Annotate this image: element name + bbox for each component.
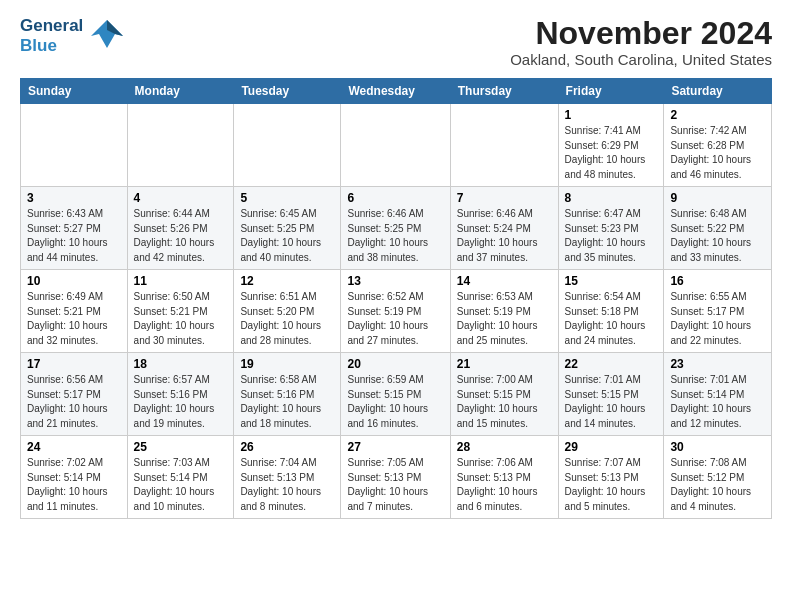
calendar-cell: 10Sunrise: 6:49 AM Sunset: 5:21 PM Dayli… (21, 270, 128, 353)
day-info: Sunrise: 6:48 AM Sunset: 5:22 PM Dayligh… (670, 207, 765, 265)
calendar-cell: 7Sunrise: 6:46 AM Sunset: 5:24 PM Daylig… (450, 187, 558, 270)
calendar-cell: 24Sunrise: 7:02 AM Sunset: 5:14 PM Dayli… (21, 436, 128, 519)
day-info: Sunrise: 6:58 AM Sunset: 5:16 PM Dayligh… (240, 373, 334, 431)
day-number: 1 (565, 108, 658, 122)
day-info: Sunrise: 7:07 AM Sunset: 5:13 PM Dayligh… (565, 456, 658, 514)
header: General Blue November 2024 Oakland, Sout… (20, 16, 772, 68)
day-number: 13 (347, 274, 443, 288)
calendar-cell: 19Sunrise: 6:58 AM Sunset: 5:16 PM Dayli… (234, 353, 341, 436)
day-info: Sunrise: 7:02 AM Sunset: 5:14 PM Dayligh… (27, 456, 121, 514)
calendar-cell: 15Sunrise: 6:54 AM Sunset: 5:18 PM Dayli… (558, 270, 664, 353)
weekday-thursday: Thursday (450, 79, 558, 104)
weekday-saturday: Saturday (664, 79, 772, 104)
day-number: 26 (240, 440, 334, 454)
calendar-cell: 11Sunrise: 6:50 AM Sunset: 5:21 PM Dayli… (127, 270, 234, 353)
day-info: Sunrise: 6:57 AM Sunset: 5:16 PM Dayligh… (134, 373, 228, 431)
calendar-cell: 17Sunrise: 6:56 AM Sunset: 5:17 PM Dayli… (21, 353, 128, 436)
day-info: Sunrise: 6:53 AM Sunset: 5:19 PM Dayligh… (457, 290, 552, 348)
calendar-cell: 6Sunrise: 6:46 AM Sunset: 5:25 PM Daylig… (341, 187, 450, 270)
calendar-cell: 8Sunrise: 6:47 AM Sunset: 5:23 PM Daylig… (558, 187, 664, 270)
weekday-tuesday: Tuesday (234, 79, 341, 104)
day-info: Sunrise: 6:46 AM Sunset: 5:24 PM Dayligh… (457, 207, 552, 265)
day-number: 3 (27, 191, 121, 205)
calendar-cell: 13Sunrise: 6:52 AM Sunset: 5:19 PM Dayli… (341, 270, 450, 353)
calendar-cell: 26Sunrise: 7:04 AM Sunset: 5:13 PM Dayli… (234, 436, 341, 519)
day-info: Sunrise: 7:01 AM Sunset: 5:15 PM Dayligh… (565, 373, 658, 431)
calendar-cell (21, 104, 128, 187)
calendar-cell: 18Sunrise: 6:57 AM Sunset: 5:16 PM Dayli… (127, 353, 234, 436)
day-info: Sunrise: 7:42 AM Sunset: 6:28 PM Dayligh… (670, 124, 765, 182)
calendar-cell: 12Sunrise: 6:51 AM Sunset: 5:20 PM Dayli… (234, 270, 341, 353)
calendar-cell: 5Sunrise: 6:45 AM Sunset: 5:25 PM Daylig… (234, 187, 341, 270)
calendar-cell: 3Sunrise: 6:43 AM Sunset: 5:27 PM Daylig… (21, 187, 128, 270)
calendar-title: November 2024 (510, 16, 772, 51)
day-info: Sunrise: 6:52 AM Sunset: 5:19 PM Dayligh… (347, 290, 443, 348)
calendar-cell: 27Sunrise: 7:05 AM Sunset: 5:13 PM Dayli… (341, 436, 450, 519)
day-number: 9 (670, 191, 765, 205)
day-number: 11 (134, 274, 228, 288)
page: General Blue November 2024 Oakland, Sout… (0, 0, 792, 531)
day-info: Sunrise: 7:06 AM Sunset: 5:13 PM Dayligh… (457, 456, 552, 514)
day-info: Sunrise: 7:00 AM Sunset: 5:15 PM Dayligh… (457, 373, 552, 431)
title-block: November 2024 Oakland, South Carolina, U… (510, 16, 772, 68)
day-info: Sunrise: 7:01 AM Sunset: 5:14 PM Dayligh… (670, 373, 765, 431)
day-number: 14 (457, 274, 552, 288)
day-info: Sunrise: 6:46 AM Sunset: 5:25 PM Dayligh… (347, 207, 443, 265)
calendar-cell: 21Sunrise: 7:00 AM Sunset: 5:15 PM Dayli… (450, 353, 558, 436)
weekday-monday: Monday (127, 79, 234, 104)
day-info: Sunrise: 6:54 AM Sunset: 5:18 PM Dayligh… (565, 290, 658, 348)
day-info: Sunrise: 6:56 AM Sunset: 5:17 PM Dayligh… (27, 373, 121, 431)
day-number: 30 (670, 440, 765, 454)
day-number: 4 (134, 191, 228, 205)
day-info: Sunrise: 6:43 AM Sunset: 5:27 PM Dayligh… (27, 207, 121, 265)
day-number: 20 (347, 357, 443, 371)
day-number: 21 (457, 357, 552, 371)
day-number: 17 (27, 357, 121, 371)
day-number: 10 (27, 274, 121, 288)
day-info: Sunrise: 6:51 AM Sunset: 5:20 PM Dayligh… (240, 290, 334, 348)
day-number: 18 (134, 357, 228, 371)
day-number: 28 (457, 440, 552, 454)
day-info: Sunrise: 6:50 AM Sunset: 5:21 PM Dayligh… (134, 290, 228, 348)
calendar-cell: 22Sunrise: 7:01 AM Sunset: 5:15 PM Dayli… (558, 353, 664, 436)
day-number: 19 (240, 357, 334, 371)
calendar-cell: 29Sunrise: 7:07 AM Sunset: 5:13 PM Dayli… (558, 436, 664, 519)
logo: General Blue (20, 16, 125, 56)
logo-line2: Blue (20, 36, 83, 56)
day-info: Sunrise: 6:47 AM Sunset: 5:23 PM Dayligh… (565, 207, 658, 265)
day-info: Sunrise: 6:59 AM Sunset: 5:15 PM Dayligh… (347, 373, 443, 431)
calendar-cell: 14Sunrise: 6:53 AM Sunset: 5:19 PM Dayli… (450, 270, 558, 353)
day-number: 22 (565, 357, 658, 371)
day-info: Sunrise: 6:45 AM Sunset: 5:25 PM Dayligh… (240, 207, 334, 265)
day-number: 27 (347, 440, 443, 454)
day-number: 12 (240, 274, 334, 288)
calendar-cell: 25Sunrise: 7:03 AM Sunset: 5:14 PM Dayli… (127, 436, 234, 519)
calendar-cell: 4Sunrise: 6:44 AM Sunset: 5:26 PM Daylig… (127, 187, 234, 270)
day-info: Sunrise: 7:03 AM Sunset: 5:14 PM Dayligh… (134, 456, 228, 514)
day-number: 7 (457, 191, 552, 205)
day-number: 25 (134, 440, 228, 454)
day-number: 24 (27, 440, 121, 454)
calendar-cell: 16Sunrise: 6:55 AM Sunset: 5:17 PM Dayli… (664, 270, 772, 353)
day-info: Sunrise: 7:04 AM Sunset: 5:13 PM Dayligh… (240, 456, 334, 514)
calendar-cell (341, 104, 450, 187)
calendar-cell: 23Sunrise: 7:01 AM Sunset: 5:14 PM Dayli… (664, 353, 772, 436)
calendar-cell: 1Sunrise: 7:41 AM Sunset: 6:29 PM Daylig… (558, 104, 664, 187)
weekday-wednesday: Wednesday (341, 79, 450, 104)
calendar-cell: 28Sunrise: 7:06 AM Sunset: 5:13 PM Dayli… (450, 436, 558, 519)
weekday-sunday: Sunday (21, 79, 128, 104)
day-info: Sunrise: 6:49 AM Sunset: 5:21 PM Dayligh… (27, 290, 121, 348)
calendar-cell: 9Sunrise: 6:48 AM Sunset: 5:22 PM Daylig… (664, 187, 772, 270)
weekday-friday: Friday (558, 79, 664, 104)
day-info: Sunrise: 7:41 AM Sunset: 6:29 PM Dayligh… (565, 124, 658, 182)
day-number: 16 (670, 274, 765, 288)
day-info: Sunrise: 6:44 AM Sunset: 5:26 PM Dayligh… (134, 207, 228, 265)
day-number: 8 (565, 191, 658, 205)
calendar-cell (127, 104, 234, 187)
calendar-cell: 2Sunrise: 7:42 AM Sunset: 6:28 PM Daylig… (664, 104, 772, 187)
calendar-cell: 30Sunrise: 7:08 AM Sunset: 5:12 PM Dayli… (664, 436, 772, 519)
day-info: Sunrise: 7:08 AM Sunset: 5:12 PM Dayligh… (670, 456, 765, 514)
day-number: 23 (670, 357, 765, 371)
day-number: 15 (565, 274, 658, 288)
calendar-table: Sunday Monday Tuesday Wednesday Thursday… (20, 78, 772, 519)
